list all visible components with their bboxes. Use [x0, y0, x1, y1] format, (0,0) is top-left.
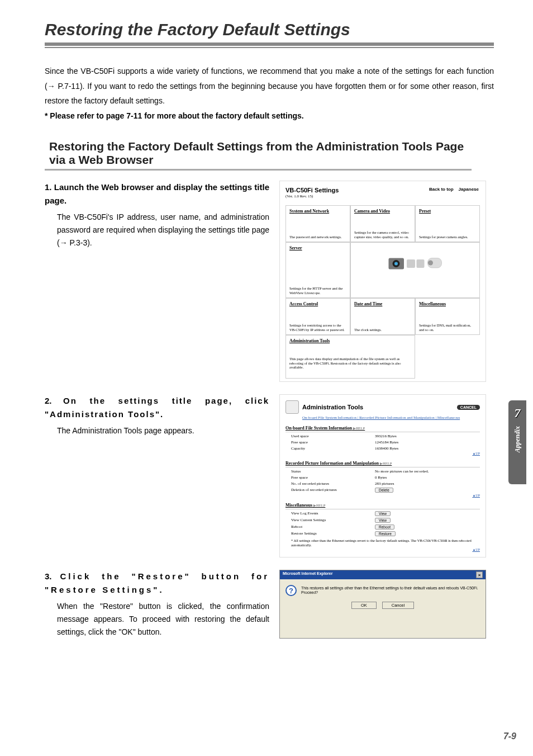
table-row: Free space1245184 Bytes	[285, 440, 480, 445]
cell-desc: Settings for the camera control, video c…	[354, 230, 411, 239]
table-row: Deletion of recorded picturesDelete	[285, 488, 480, 493]
chapter-number: 7	[515, 406, 521, 420]
cell-system-network[interactable]: System and Network The password and netw…	[285, 205, 350, 242]
cell-desc: The clock settings.	[354, 328, 411, 332]
svg-rect-4	[417, 259, 425, 268]
admin-tools-title: Administration Tools	[302, 404, 363, 410]
row-key: Restore Settings	[291, 531, 375, 536]
reboot-button[interactable]: Reboot	[375, 525, 394, 530]
up-link[interactable]: ▲UP	[285, 548, 480, 551]
table-row: View Current SettingsView	[285, 518, 480, 523]
cell-admin-tools[interactable]: Administration Tools This page allows da…	[285, 335, 415, 379]
chapter-side-tab: 7 Appendix	[508, 400, 526, 484]
view-log-button[interactable]: View	[375, 511, 391, 516]
cell-title: Miscellaneous	[419, 301, 476, 306]
step-2-figure: Administration Tools CANCEL On-board Fil…	[279, 394, 494, 557]
section-recorded-title: Recorded Picture Information and Manipul…	[285, 461, 379, 466]
dialog-body: ? This restores all settings other than …	[280, 579, 486, 617]
cell-title: Server	[289, 245, 346, 251]
help-link[interactable]: ▶HELP	[313, 504, 325, 507]
cell-miscellaneous[interactable]: Miscellaneous Settings for DNS, mail not…	[415, 298, 480, 335]
page-number: 7-9	[503, 731, 516, 741]
step-1-body: The VB-C50Fi's IP address, user name, an…	[45, 211, 269, 249]
dialog-ok-button[interactable]: OK	[351, 602, 377, 609]
step-3: 3. Click the "Restore" button for "Resto…	[45, 570, 494, 639]
cancel-button[interactable]: CANCEL	[457, 405, 480, 410]
intro-block: Since the VB-C50Fi supports a wide varie…	[45, 64, 494, 123]
step-2-body: The Administration Tools page appears.	[45, 424, 269, 437]
cell-preset[interactable]: Preset Settings for preset camera angles…	[415, 205, 480, 242]
close-icon[interactable]: ×	[476, 571, 483, 578]
settings-shot-toplinks: Back to top Japanese	[429, 187, 479, 192]
table-row: No. of recorded pictures283 pictures	[285, 481, 480, 486]
row-key: View Current Settings	[291, 518, 375, 523]
dialog-titlebar: Microsoft Internet Explorer ×	[280, 570, 486, 579]
step-1-title: 1. Launch the Web browser and display th…	[45, 181, 269, 207]
row-key: Reboot	[291, 525, 375, 530]
table-row: Capacity1638400 Bytes	[285, 446, 480, 451]
restore-button[interactable]: Restore	[375, 531, 396, 536]
settings-grid: System and Network The password and netw…	[285, 205, 480, 335]
view-settings-button[interactable]: View	[375, 518, 391, 523]
step-1-text: 1. Launch the Web browser and display th…	[45, 181, 279, 382]
title-rule-thin	[45, 47, 494, 48]
cell-camera-image	[350, 242, 480, 298]
confirm-dialog-screenshot: Microsoft Internet Explorer × ? This res…	[279, 570, 486, 639]
table-row: Free space0 Bytes	[285, 475, 480, 480]
row-key: Used space	[291, 434, 375, 438]
section-recorded: Recorded Picture Information and Manipul…	[285, 461, 480, 466]
row-value: No more pictures can be recorded.	[375, 469, 429, 474]
section-misc: Miscellaneous ▶HELP	[285, 503, 480, 508]
dialog-title: Microsoft Internet Explorer	[283, 571, 332, 578]
up-link[interactable]: ▲UP	[285, 494, 480, 497]
question-icon: ?	[285, 585, 297, 596]
row-key: Status	[291, 469, 375, 474]
cell-desc: This page allows data display and manipu…	[289, 357, 411, 369]
settings-shot-version: (Ver. 1.0 Rev. 15)	[285, 194, 480, 199]
steps-container: 1. Launch the Web browser and display th…	[45, 181, 494, 639]
cell-title: Access Control	[289, 301, 346, 306]
section-subheading: Restoring the Factory Default Settings f…	[45, 140, 472, 171]
help-link[interactable]: ▶HELP	[380, 462, 392, 465]
cell-title: Preset	[419, 209, 476, 214]
svg-rect-3	[407, 259, 415, 268]
step-3-title: 3. Click the "Restore" button for "Resto…	[45, 570, 269, 596]
cell-title: Camera and Video	[354, 209, 411, 214]
cell-date-time[interactable]: Date and Time The clock settings.	[350, 298, 415, 335]
camera-small-icon	[285, 400, 299, 414]
cell-desc: Settings for the HTTP server and the Web…	[289, 286, 346, 295]
step-2-text: 2. On the settings title page, click "Ad…	[45, 394, 279, 557]
table-row: Restore SettingsRestore	[285, 531, 480, 536]
title-rule-thick	[45, 42, 494, 46]
admin-tools-links[interactable]: On-board File System Information | Recor…	[302, 415, 480, 420]
cell-camera-video[interactable]: Camera and Video Settings for the camera…	[350, 205, 415, 242]
table-row: Used space393216 Bytes	[285, 434, 480, 438]
step-1-heading: Launch the Web browser and display the s…	[45, 182, 269, 205]
step-3-heading: Click the "Restore" button for "Restore …	[45, 571, 269, 594]
help-link[interactable]: ▶HELP	[353, 427, 365, 430]
camera-icon	[387, 248, 443, 276]
step-2-title: 2. On the settings title page, click "Ad…	[45, 394, 269, 420]
step-3-number: 3.	[45, 571, 52, 581]
cell-title: System and Network	[289, 209, 346, 214]
row-value: 1245184 Bytes	[375, 440, 398, 445]
svg-point-2	[394, 262, 398, 266]
dialog-cancel-button[interactable]: Cancel	[382, 602, 414, 609]
chapter-label: Appendix	[513, 426, 522, 452]
cell-desc: Settings for DNS, mail notification, and…	[419, 323, 476, 332]
cell-title: Date and Time	[354, 301, 411, 306]
step-3-body: When the "Restore" button is clicked, th…	[45, 600, 269, 639]
cell-desc: Settings for restricting access to the V…	[289, 323, 346, 332]
row-value: 1638400 Bytes	[375, 446, 398, 451]
link-back-to-top[interactable]: Back to top	[429, 187, 454, 192]
step-1: 1. Launch the Web browser and display th…	[45, 181, 494, 382]
row-value: 283 pictures	[375, 481, 394, 486]
cell-access-control[interactable]: Access Control Settings for restricting …	[285, 298, 350, 335]
delete-button[interactable]: Delete	[375, 488, 393, 493]
cell-server[interactable]: Server Settings for the HTTP server and …	[285, 242, 350, 298]
up-link[interactable]: ▲UP	[285, 452, 480, 455]
settings-page-screenshot: VB-C50Fi Settings (Ver. 1.0 Rev. 15) Bac…	[279, 181, 486, 382]
intro-note: * Please refer to page 7-11 for more abo…	[45, 111, 304, 120]
link-japanese[interactable]: Japanese	[459, 187, 479, 192]
row-key: Free space	[291, 440, 375, 445]
